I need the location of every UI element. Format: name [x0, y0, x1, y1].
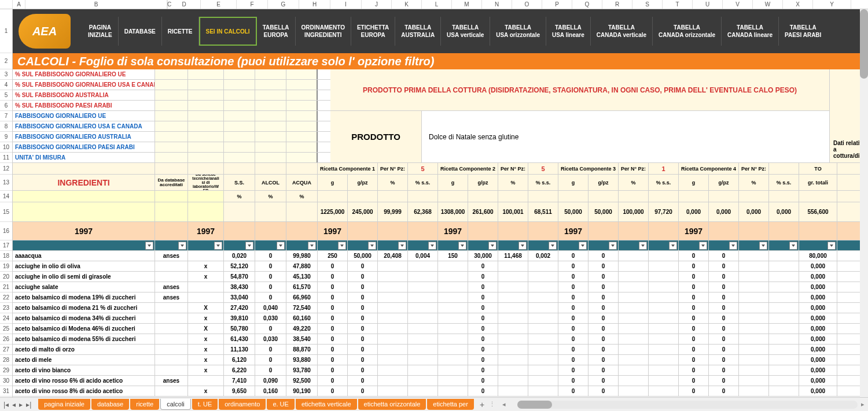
nav-etichetta[interactable]: ETICHETTAEUROPA: [351, 17, 395, 46]
col-header-U[interactable]: U: [693, 0, 723, 9]
sheet-tab-etichetta-per[interactable]: etichetta per: [427, 399, 474, 410]
sheet-tab-ricette[interactable]: ricette: [130, 399, 159, 410]
col-header-P[interactable]: P: [542, 0, 572, 9]
filter-button[interactable]: [729, 242, 737, 250]
row-num-17[interactable]: 17: [0, 240, 12, 251]
row-num-14[interactable]: 14: [0, 191, 12, 202]
nav-tabella[interactable]: TABELLAAUSTRALIA: [395, 17, 441, 46]
tab-menu-icon[interactable]: ⋮: [489, 401, 495, 408]
filter-button[interactable]: [277, 242, 285, 250]
row-num-3[interactable]: 3: [0, 69, 12, 80]
col-header-D[interactable]: D: [168, 0, 201, 9]
nav-tabella[interactable]: TABELLAPAESI ARABI: [779, 17, 827, 46]
col-header-O[interactable]: O: [512, 0, 542, 9]
tab-first-icon[interactable]: |◂: [3, 401, 9, 409]
col-header-S[interactable]: S: [632, 0, 663, 9]
filter-button[interactable]: [759, 242, 767, 250]
vertical-scrollbar[interactable]: [860, 9, 868, 397]
filter-button[interactable]: [609, 242, 617, 250]
nav-tabella[interactable]: TABELLACANADA lineare: [722, 17, 779, 46]
col-header-F[interactable]: F: [237, 0, 268, 9]
filter-button[interactable]: [338, 242, 346, 250]
row-num-21[interactable]: 21: [0, 282, 12, 292]
sheet-tab-etichetta-verticale[interactable]: etichetta verticale: [296, 399, 357, 410]
filter-button[interactable]: [789, 242, 797, 250]
filter-button[interactable]: [518, 242, 527, 250]
sheet-tab-ordinamento[interactable]: ordinamento: [219, 399, 266, 410]
col-header-W[interactable]: W: [753, 0, 783, 9]
nav-tabella[interactable]: TABELLAUSA verticale: [441, 17, 490, 46]
filter-button[interactable]: [488, 242, 496, 250]
row-num-16[interactable]: 16: [0, 222, 12, 240]
col-header-R[interactable]: R: [602, 0, 632, 9]
filter-button[interactable]: [669, 242, 677, 250]
nav-sei-in-calcoli[interactable]: SEI IN CALCOLI: [199, 17, 257, 46]
row-num-27[interactable]: 27: [0, 345, 12, 355]
tab-last-icon[interactable]: ▸|: [26, 401, 31, 409]
col-header-H[interactable]: H: [299, 0, 330, 9]
col-header-Q[interactable]: Q: [572, 0, 602, 9]
col-header-T[interactable]: T: [663, 0, 693, 9]
filter-button[interactable]: [398, 242, 406, 250]
sheet-tab-t.-UE[interactable]: t. UE: [192, 399, 218, 410]
row-num-25[interactable]: 25: [0, 324, 12, 334]
row-num-11[interactable]: 11: [0, 153, 12, 163]
sheet-tab-database[interactable]: database: [91, 399, 129, 410]
row-num-18[interactable]: 18: [0, 251, 12, 261]
sheet-tab-etichetta-orizzontale[interactable]: etichetta orizzontale: [358, 399, 426, 410]
row-num-24[interactable]: 24: [0, 313, 12, 324]
filter-button[interactable]: [639, 242, 647, 250]
nav-ricette[interactable]: RICETTE: [162, 17, 199, 46]
row-num-28[interactable]: 28: [0, 355, 12, 365]
filter-button[interactable]: [699, 242, 707, 250]
row-num-2[interactable]: 2: [0, 53, 12, 69]
row-num-4[interactable]: 4: [0, 80, 12, 90]
filter-button[interactable]: [368, 242, 376, 250]
col-header-J[interactable]: J: [362, 0, 392, 9]
col-header-G[interactable]: G: [268, 0, 299, 9]
filter-button[interactable]: [549, 242, 557, 250]
nav-database[interactable]: DATABASE: [119, 17, 162, 46]
row-num-30[interactable]: 30: [0, 376, 12, 386]
add-sheet-icon[interactable]: +: [480, 400, 484, 409]
filter-button[interactable]: [428, 242, 436, 250]
nav-tabella[interactable]: TABELLAUSA orizzontale: [490, 17, 546, 46]
tab-prev-icon[interactable]: ◂: [12, 401, 16, 409]
filter-button[interactable]: [245, 242, 253, 250]
filter-button[interactable]: [579, 242, 587, 250]
col-header-X[interactable]: X: [783, 0, 813, 9]
row-num-20[interactable]: 20: [0, 272, 12, 282]
filter-button[interactable]: [145, 242, 153, 250]
row-num-13[interactable]: 13: [0, 175, 12, 191]
row-num-29[interactable]: 29: [0, 365, 12, 376]
filter-button[interactable]: [458, 242, 466, 250]
col-header-Y[interactable]: Y: [813, 0, 851, 9]
col-header-K[interactable]: K: [392, 0, 422, 9]
nav-pagina[interactable]: PAGINAINIZIALE: [82, 17, 119, 46]
row-num-15[interactable]: 15: [0, 202, 12, 222]
horizontal-scrollbar[interactable]: [517, 401, 858, 409]
col-header-I[interactable]: I: [330, 0, 362, 9]
col-header-N[interactable]: N: [482, 0, 512, 9]
col-header-L[interactable]: L: [422, 0, 452, 9]
nav-tabella[interactable]: TABELLAUSA lineare: [546, 17, 591, 46]
col-header-E[interactable]: E: [201, 0, 237, 9]
row-num-31[interactable]: 31: [0, 386, 12, 397]
tab-next-icon[interactable]: ▸: [19, 401, 23, 409]
sheet-tab-calcoli[interactable]: calcoli: [160, 399, 191, 410]
row-num-10[interactable]: 10: [0, 142, 12, 153]
sheet-tab-e.-UE[interactable]: e. UE: [267, 399, 295, 410]
filter-button[interactable]: [214, 242, 222, 250]
col-header-B[interactable]: B: [25, 0, 167, 9]
col-header-M[interactable]: M: [452, 0, 482, 9]
sheet-tab-pagina-iniziale[interactable]: pagina iniziale: [38, 399, 90, 410]
filter-button[interactable]: [827, 242, 836, 250]
nav-tabella[interactable]: TABELLACANADA verticale: [591, 17, 653, 46]
row-num-1[interactable]: 1: [0, 9, 12, 53]
col-header-A[interactable]: A: [13, 0, 25, 9]
filter-button[interactable]: [178, 242, 186, 250]
row-num-5[interactable]: 5: [0, 90, 12, 101]
row-num-9[interactable]: 9: [0, 132, 12, 142]
nav-ordinamento[interactable]: ORDINAMENTOINGREDIENTI: [296, 17, 351, 46]
row-num-26[interactable]: 26: [0, 334, 12, 345]
